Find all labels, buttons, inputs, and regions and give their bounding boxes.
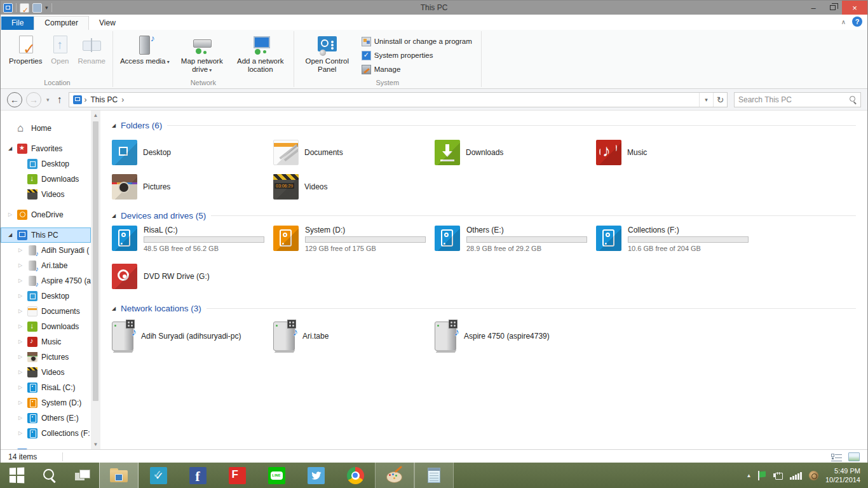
taskbar-flipboard-button[interactable]: F [217,463,257,488]
manage-button[interactable]: Manage [359,63,475,76]
clock[interactable]: 5:49 PM 10/21/2014 [825,466,860,484]
folder-tile-downloads[interactable]: Downloads [435,135,596,170]
show-hidden-icons-icon[interactable]: ▲ [747,473,752,478]
drive-tile-f[interactable]: Collections (F:) 10.6 GB free of 204 GB [596,226,757,256]
taskbar-twitter-button[interactable] [296,463,336,488]
scroll-up-icon[interactable]: ▲ [91,111,100,120]
search-box[interactable] [734,92,861,107]
sidebar-item-music[interactable]: ▷Music [1,334,91,349]
qat-customize-dropdown-icon[interactable]: ▾ [45,5,48,11]
taskbar-line-button[interactable]: LINE [257,463,296,488]
rename-button[interactable]: Rename [74,31,108,67]
details-view-icon[interactable] [831,452,842,461]
expand-arrow-icon[interactable]: ◢ [8,233,17,238]
section-header-network[interactable]: ◢ Network locations (3) [112,302,861,315]
search-icon[interactable] [850,96,857,103]
breadcrumb-chevron-icon[interactable]: › [85,95,87,104]
large-icons-view-icon[interactable] [848,452,860,461]
start-button[interactable] [0,463,33,488]
collapse-section-icon[interactable]: ◢ [112,123,121,128]
tab-file[interactable]: File [1,17,34,30]
sidebar-item-media-server[interactable]: ▷Adih Suryadi ( [1,243,91,258]
scrollbar[interactable]: ▲ ▼ [91,111,100,449]
scroll-down-icon[interactable]: ▼ [91,440,100,449]
taskbar-search-button[interactable] [33,463,66,488]
sidebar-item-drive-c[interactable]: ▷RisaL (C:) [1,380,91,395]
expand-arrow-icon[interactable]: ▷ [18,416,27,421]
refresh-icon[interactable]: ↻ [713,93,727,107]
address-bar[interactable]: › This PC › ▾ ↻ [69,92,728,107]
up-button[interactable]: ↑ [55,94,65,105]
open-button[interactable]: Open [45,31,74,67]
expand-arrow-icon[interactable]: ▷ [18,278,27,283]
sidebar-item-network[interactable]: Network [1,446,91,449]
volume-icon[interactable] [809,471,818,480]
expand-arrow-icon[interactable]: ▷ [18,248,27,253]
folder-tile-desktop[interactable]: Desktop [112,135,273,170]
expand-arrow-icon[interactable]: ▷ [18,385,27,390]
action-center-flag-icon[interactable] [758,471,766,480]
address-dropdown-icon[interactable]: ▾ [699,93,713,107]
expand-arrow-icon[interactable]: ▷ [18,370,27,375]
minimize-button[interactable]: – [804,1,823,15]
uninstall-program-button[interactable]: Uninstall or change a program [359,35,475,48]
taskbar-notepad-button[interactable] [414,463,454,488]
sidebar-item-pictures[interactable]: ▷Pictures [1,349,91,365]
sidebar-item-onedrive[interactable]: ▷OneDrive [1,207,91,222]
recent-locations-dropdown-icon[interactable]: ▾ [45,97,51,103]
taskbar-chrome-button[interactable] [336,463,375,488]
drive-tile-e[interactable]: Others (E:) 28.9 GB free of 29.2 GB [435,226,596,256]
drive-tile-d[interactable]: System (D:) 129 GB free of 175 GB [273,226,435,256]
back-button[interactable]: ← [7,92,22,107]
help-icon[interactable]: ? [852,17,862,27]
taskbar-facebook-button[interactable]: f [178,463,217,488]
access-media-button[interactable]: Access media [117,31,173,67]
add-network-location-button[interactable]: Add a network location [231,31,290,75]
minimize-ribbon-icon[interactable]: ∧ [841,18,846,25]
taskbar-file-explorer-button[interactable] [99,463,139,488]
expand-arrow-icon[interactable]: ▷ [18,400,27,405]
tab-view[interactable]: View [89,17,126,30]
folder-tile-music[interactable]: Music [596,135,757,170]
sidebar-item-favorites[interactable]: ◢Favorites [1,141,91,156]
taskbar-foursquare-button[interactable] [139,463,178,488]
sidebar-item-this-pc[interactable]: ◢This PC [1,227,91,243]
sidebar-item-home[interactable]: Home [1,121,91,136]
sidebar-item-desktop[interactable]: ▷Desktop [1,288,91,304]
sidebar-item-videos[interactable]: Videos [1,187,91,202]
qat-new-folder-icon[interactable] [32,3,42,13]
sidebar-item-media-server[interactable]: ▷Aspire 4750 (as [1,273,91,288]
network-location-tile[interactable]: ♪ Aspire 4750 (aspire4739) [435,318,596,354]
expand-arrow-icon[interactable]: ◢ [8,146,17,151]
system-properties-button[interactable]: System properties [359,49,475,62]
sidebar-item-desktop[interactable]: Desktop [1,156,91,172]
expand-arrow-icon[interactable]: ▷ [18,355,27,360]
sidebar-item-downloads[interactable]: Downloads [1,172,91,187]
forward-button[interactable]: → [26,92,41,107]
sidebar-item-media-server[interactable]: ▷Ari.tabe [1,258,91,273]
expand-arrow-icon[interactable]: ▷ [18,431,27,436]
expand-arrow-icon[interactable]: ▷ [18,263,27,268]
breadcrumb-this-pc[interactable]: This PC [90,95,119,104]
sidebar-item-drive-d[interactable]: ▷System (D:) [1,395,91,410]
restore-button[interactable] [823,1,842,15]
qat-properties-icon[interactable] [20,3,29,13]
drive-tile-c[interactable]: RisaL (C:) 48.5 GB free of 56.2 GB [112,226,273,256]
collapse-section-icon[interactable]: ◢ [112,306,121,311]
expand-arrow-icon[interactable]: ▷ [18,339,27,344]
open-control-panel-button[interactable]: Open Control Panel [298,31,356,75]
sidebar-item-drive-f[interactable]: ▷Collections (F: [1,426,91,441]
search-input[interactable] [738,95,850,104]
expand-arrow-icon[interactable]: ▷ [18,324,27,329]
power-battery-icon[interactable] [773,471,783,479]
drive-tile-dvd[interactable]: DVD RW Drive (G:) [112,264,273,294]
map-network-drive-button[interactable]: Map network drive [173,31,231,76]
taskbar-paint-button[interactable] [375,463,414,488]
collapse-section-icon[interactable]: ◢ [112,213,121,219]
section-header-drives[interactable]: ◢ Devices and drives (5) [112,209,861,222]
network-location-tile[interactable]: ♪ Adih Suryadi (adihsuryadi-pc) [112,318,273,354]
network-signal-icon[interactable] [790,471,802,480]
sidebar-item-downloads[interactable]: ▷Downloads [1,319,91,334]
close-button[interactable]: × [842,1,867,15]
breadcrumb-chevron-icon[interactable]: › [121,95,124,104]
